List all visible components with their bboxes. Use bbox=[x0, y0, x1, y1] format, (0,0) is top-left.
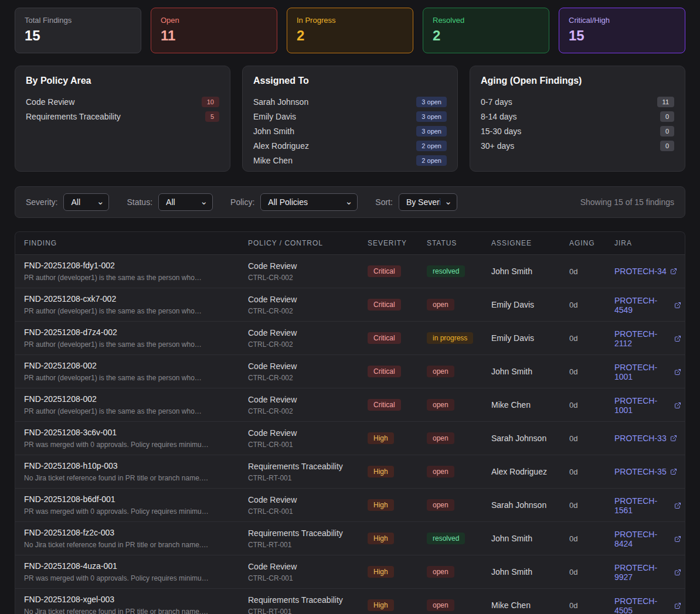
status-cell: open bbox=[418, 432, 482, 444]
severity-filter-select[interactable]: All bbox=[63, 193, 109, 211]
table-row[interactable]: FND-20251208-h10p-003 No Jira ticket ref… bbox=[15, 455, 685, 488]
stat-card-open: Open 11 bbox=[151, 8, 277, 53]
assignee-name: Alex Rodriguez bbox=[253, 141, 309, 151]
external-link-icon bbox=[674, 569, 681, 576]
status-cell: open bbox=[418, 299, 482, 311]
assignee-name: John Smith bbox=[253, 127, 294, 136]
jira-link[interactable]: PROTECH-35 bbox=[614, 467, 677, 476]
external-link-icon bbox=[674, 302, 681, 309]
table-row[interactable]: FND-20251208-3c6v-001 PR was merged with… bbox=[15, 421, 685, 455]
finding-id: FND-20251208-4uza-001 bbox=[24, 561, 236, 571]
table-row[interactable]: FND-20251208-b6df-001 PR was merged with… bbox=[15, 488, 685, 521]
jira-link[interactable]: PROTECH-4505 bbox=[614, 596, 681, 614]
assignee-name: John Smith bbox=[482, 367, 560, 376]
stat-label: Resolved bbox=[433, 16, 539, 25]
jira-link[interactable]: PROTECH-1001 bbox=[614, 363, 681, 381]
jira-ticket-id: PROTECH-1561 bbox=[614, 496, 671, 515]
jira-link[interactable]: PROTECH-1001 bbox=[614, 396, 681, 415]
jira-link[interactable]: PROTECH-4549 bbox=[614, 296, 681, 315]
severity-badge: High bbox=[368, 432, 394, 444]
table-row[interactable]: FND-20251208-002 PR author (developer1) … bbox=[15, 354, 685, 388]
status-cell: open bbox=[418, 466, 482, 477]
finding-id: FND-20251208-d7z4-002 bbox=[24, 328, 236, 337]
aging-value: 0d bbox=[560, 568, 606, 577]
external-link-icon bbox=[674, 602, 681, 609]
stat-value: 11 bbox=[161, 28, 267, 44]
jira-link[interactable]: PROTECH-33 bbox=[614, 434, 677, 443]
jira-link[interactable]: PROTECH-34 bbox=[614, 267, 677, 276]
aging-value: 0d bbox=[560, 367, 606, 376]
status-cell: resolved bbox=[418, 533, 482, 544]
results-summary: Showing 15 of 15 findings bbox=[580, 197, 674, 207]
policy-name: Code Review bbox=[248, 328, 355, 337]
severity-filter-label: Severity: bbox=[26, 197, 57, 207]
policy-area-label: Requirements Traceability bbox=[26, 112, 121, 121]
finding-description: PR author (developer1) is the same as th… bbox=[24, 307, 236, 315]
severity-badge: High bbox=[368, 499, 394, 511]
finding-id: FND-20251208-3c6v-001 bbox=[24, 428, 236, 437]
severity-cell: Critical bbox=[359, 399, 418, 411]
assignee-name: Alex Rodriguez bbox=[482, 467, 560, 476]
jira-cell: PROTECH-2112 bbox=[606, 329, 685, 348]
policy-cell: Code Review CTRL-CR-002 bbox=[239, 261, 359, 282]
column-header-finding: FINDING bbox=[15, 239, 239, 247]
finding-description: PR was merged with 0 approvals. Policy r… bbox=[24, 574, 236, 582]
external-link-icon bbox=[674, 402, 681, 409]
finding-cell: FND-20251208-h10p-003 No Jira ticket ref… bbox=[15, 461, 239, 482]
severity-badge: High bbox=[368, 533, 394, 544]
panel-title: Aging (Open Findings) bbox=[481, 76, 674, 86]
table-row[interactable]: FND-20251208-d7z4-002 PR author (develop… bbox=[15, 321, 685, 354]
sort-select[interactable]: By Severity bbox=[399, 193, 457, 211]
status-cell: open bbox=[418, 399, 482, 411]
policy-filter-select[interactable]: All Policies bbox=[260, 193, 358, 211]
assignee-name: Sarah Johnson bbox=[482, 500, 560, 510]
table-row[interactable]: FND-20251208-xgel-003 No Jira ticket ref… bbox=[15, 588, 685, 614]
jira-link[interactable]: PROTECH-9927 bbox=[614, 563, 681, 582]
jira-ticket-id: PROTECH-1001 bbox=[614, 396, 671, 415]
policy-name: Code Review bbox=[248, 395, 355, 404]
finding-cell: FND-20251208-3c6v-001 PR was merged with… bbox=[15, 428, 239, 449]
finding-cell: FND-20251208-fdy1-002 PR author (develop… bbox=[15, 261, 239, 282]
status-filter-label: Status: bbox=[127, 197, 152, 207]
finding-id: FND-20251208-b6df-001 bbox=[24, 494, 236, 504]
table-row[interactable]: FND-20251208-002 PR author (developer1) … bbox=[15, 388, 685, 421]
stat-value: 2 bbox=[297, 28, 403, 44]
control-id: CTRL-CR-002 bbox=[248, 407, 355, 415]
severity-cell: High bbox=[359, 432, 418, 444]
status-badge: open bbox=[427, 366, 454, 377]
status-badge: resolved bbox=[427, 533, 465, 544]
stat-value: 2 bbox=[433, 28, 539, 44]
jira-link[interactable]: PROTECH-8424 bbox=[614, 530, 681, 548]
status-badge: open bbox=[427, 432, 454, 444]
policy-cell: Requirements Traceability CTRL-RT-001 bbox=[239, 595, 359, 614]
column-header-severity: SEVERITY bbox=[359, 239, 418, 247]
severity-cell: High bbox=[359, 599, 418, 611]
aging-value: 0d bbox=[560, 267, 606, 276]
severity-badge: High bbox=[368, 566, 394, 578]
column-header-aging: AGING bbox=[560, 239, 606, 247]
assignee-item: Emily Davis 3 open bbox=[253, 109, 447, 124]
status-badge: in progress bbox=[427, 332, 473, 344]
external-link-icon bbox=[670, 268, 677, 275]
external-link-icon bbox=[674, 335, 681, 342]
assignee-open-badge: 3 open bbox=[416, 97, 447, 107]
status-filter-select[interactable]: All bbox=[158, 193, 213, 211]
severity-cell: High bbox=[359, 499, 418, 511]
assignee-name: Sarah Johnson bbox=[482, 434, 560, 443]
finding-description: No Jira ticket reference found in PR tit… bbox=[24, 541, 236, 549]
table-row[interactable]: FND-20251208-fdy1-002 PR author (develop… bbox=[15, 254, 685, 288]
column-header-jira: JIRA bbox=[606, 239, 685, 247]
control-id: CTRL-CR-001 bbox=[248, 507, 355, 516]
stat-card-in-progress: In Progress 2 bbox=[287, 8, 413, 53]
jira-link[interactable]: PROTECH-2112 bbox=[614, 329, 681, 348]
jira-cell: PROTECH-8424 bbox=[606, 529, 685, 548]
table-row[interactable]: FND-20251208-cxk7-002 PR author (develop… bbox=[15, 288, 685, 321]
control-id: CTRL-CR-001 bbox=[248, 574, 355, 582]
assignee-open-badge: 3 open bbox=[416, 111, 447, 122]
jira-link[interactable]: PROTECH-1561 bbox=[614, 496, 681, 515]
finding-cell: FND-20251208-d7z4-002 PR author (develop… bbox=[15, 328, 239, 349]
table-row[interactable]: FND-20251208-fz2c-003 No Jira ticket ref… bbox=[15, 521, 685, 555]
policy-name: Code Review bbox=[248, 261, 355, 271]
finding-cell: FND-20251208-b6df-001 PR was merged with… bbox=[15, 494, 239, 516]
table-row[interactable]: FND-20251208-4uza-001 PR was merged with… bbox=[15, 555, 685, 588]
